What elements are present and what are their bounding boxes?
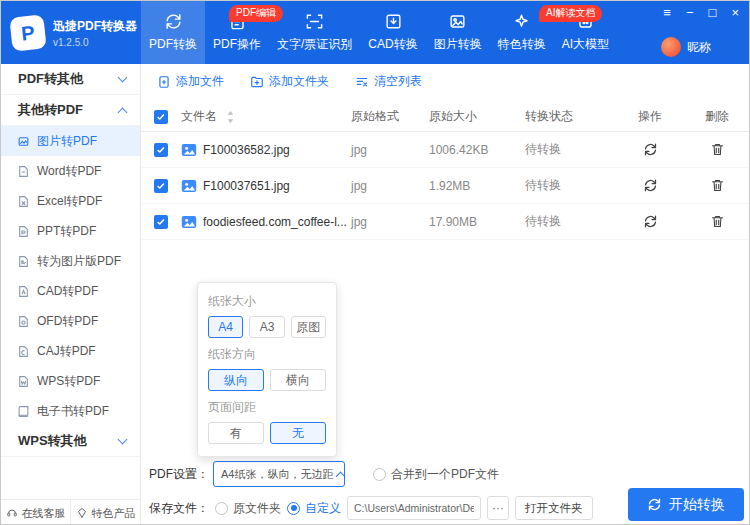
file-size: 1006.42KB	[429, 143, 525, 157]
orientation-landscape-button[interactable]: 横向	[270, 369, 326, 391]
file-status: 待转换	[525, 177, 613, 194]
sidebar-section-wps-to-other[interactable]: WPS转其他	[1, 426, 140, 457]
file-format: jpg	[351, 179, 429, 193]
merge-pdf-radio[interactable]	[373, 468, 386, 481]
convert-row-button[interactable]	[643, 214, 658, 229]
sidebar-item-caj-to-pdf[interactable]: CAJ转PDF	[1, 336, 140, 366]
tab-pdf-convert[interactable]: PDF转换	[141, 1, 205, 64]
pdf-settings-row: PDF设置： A4纸张，纵向，无边距 合并到一个PDF文件	[149, 461, 499, 487]
diamond-icon	[76, 507, 88, 519]
file-icon	[17, 375, 30, 388]
table-row: F100037651.jpg jpg 1.92MB 待转换	[141, 168, 750, 204]
sidebar-item-word-to-pdf[interactable]: Word转PDF	[1, 156, 140, 186]
row-checkbox[interactable]	[154, 215, 168, 229]
menu-icon[interactable]: ≡	[663, 6, 671, 19]
tab-cad-convert[interactable]: CAD转换	[360, 1, 425, 64]
add-file-button[interactable]: 添加文件	[157, 73, 224, 90]
paper-size-a3-button[interactable]: A3	[249, 316, 284, 338]
app-window: P 迅捷PDF转换器 v1.2.5.0 PDF转换 PDF操作	[0, 0, 750, 525]
merge-pdf-option[interactable]: 合并到一个PDF文件	[373, 466, 499, 483]
check-icon	[156, 112, 166, 122]
sidebar-item-excel-to-pdf[interactable]: Excel转PDF	[1, 186, 140, 216]
chevron-up-icon	[336, 471, 346, 481]
online-support-button[interactable]: 在线客服	[1, 500, 70, 525]
convert-row-button[interactable]	[643, 142, 658, 157]
column-status: 转换状态	[525, 108, 613, 125]
paper-size-a4-button[interactable]: A4	[208, 316, 243, 338]
spacing-no-button[interactable]: 无	[270, 422, 326, 444]
user-account[interactable]: 昵称	[661, 37, 711, 57]
jpg-file-icon	[181, 214, 197, 230]
convert-row-button[interactable]	[643, 178, 658, 193]
file-size: 1.92MB	[429, 179, 525, 193]
sidebar-item-to-image-pdf[interactable]: 转为图片版PDF	[1, 246, 140, 276]
sort-icon[interactable]	[227, 111, 234, 123]
table-header: 文件名 原始格式 原始大小 转换状态 操作 删除	[141, 102, 750, 132]
nickname-label: 昵称	[687, 39, 711, 56]
badge-pdf-edit[interactable]: PDF编辑	[229, 5, 283, 22]
save-original-option[interactable]: 原文件夹	[215, 500, 281, 517]
sidebar-item-ppt-to-pdf[interactable]: PPT转PDF	[1, 216, 140, 246]
sidebar-item-cad-to-pdf[interactable]: CAD转PDF	[1, 276, 140, 306]
file-status: 待转换	[525, 141, 613, 158]
table-row: foodiesfeed.com_coffee-l... jpg 17.90MB …	[141, 204, 750, 240]
paper-size-original-button[interactable]: 原图	[291, 316, 326, 338]
sidebar-item-ofd-to-pdf[interactable]: OFD转PDF	[1, 306, 140, 336]
headset-icon	[6, 507, 18, 519]
app-logo: P 迅捷PDF转换器 v1.2.5.0	[1, 1, 141, 64]
file-icon	[17, 195, 30, 208]
column-format: 原始格式	[351, 108, 429, 125]
file-icon	[17, 225, 30, 238]
badge-ai-doc[interactable]: AI解读文档	[539, 5, 602, 22]
chevron-down-icon	[118, 435, 128, 445]
delete-row-button[interactable]	[710, 178, 725, 193]
delete-row-button[interactable]	[710, 142, 725, 157]
convert-icon	[164, 12, 183, 31]
save-path-input[interactable]	[347, 496, 481, 520]
orientation-portrait-button[interactable]: 纵向	[208, 369, 264, 391]
pdf-settings-select[interactable]: A4纸张，纵向，无边距	[213, 461, 345, 487]
column-size: 原始大小	[429, 108, 525, 125]
file-icon	[17, 255, 30, 268]
save-original-radio[interactable]	[215, 502, 228, 515]
file-icon	[17, 315, 30, 328]
check-icon	[156, 217, 166, 227]
close-button[interactable]: ×	[731, 6, 739, 19]
add-folder-button[interactable]: 添加文件夹	[250, 73, 329, 90]
row-checkbox[interactable]	[154, 179, 168, 193]
save-custom-option[interactable]: 自定义	[287, 500, 341, 517]
file-name: F100037651.jpg	[203, 179, 290, 193]
orientation-label: 纸张方向	[208, 346, 326, 363]
file-size: 17.90MB	[429, 215, 525, 229]
sidebar-item-image-to-pdf[interactable]: 图片转PDF	[1, 126, 140, 156]
spacing-yes-button[interactable]: 有	[208, 422, 264, 444]
trash-icon	[710, 178, 725, 193]
delete-row-button[interactable]	[710, 214, 725, 229]
clear-list-button[interactable]: 清空列表	[355, 73, 422, 90]
sidebar-item-ebook-to-pdf[interactable]: 电子书转PDF	[1, 396, 140, 426]
check-icon	[156, 181, 166, 191]
minimize-button[interactable]: −	[686, 6, 694, 19]
row-checkbox[interactable]	[154, 143, 168, 157]
main-content: 添加文件 添加文件夹 清空列表 文件名 原始格式 原始大小	[141, 64, 750, 525]
avatar	[661, 37, 681, 57]
select-all-checkbox[interactable]	[154, 110, 168, 124]
maximize-button[interactable]: □	[709, 6, 717, 19]
add-file-icon	[157, 75, 171, 89]
cad-icon	[384, 12, 403, 31]
sidebar-item-wps-to-pdf[interactable]: WPS转PDF	[1, 366, 140, 396]
sidebar-section-other-to-pdf[interactable]: 其他转PDF	[1, 95, 140, 126]
chevron-up-icon	[118, 107, 128, 117]
sidebar-section-pdf-to-other[interactable]: PDF转其他	[1, 64, 140, 95]
browse-button[interactable]: ···	[487, 496, 509, 520]
file-icon	[17, 165, 30, 178]
open-folder-button[interactable]: 打开文件夹	[515, 496, 593, 520]
save-custom-radio[interactable]	[287, 502, 300, 515]
pdf-settings-label: PDF设置：	[149, 466, 209, 483]
featured-products-button[interactable]: 特色产品	[71, 500, 140, 525]
start-convert-button[interactable]: 开始转换	[628, 488, 744, 521]
tab-image-convert[interactable]: 图片转换	[426, 1, 490, 64]
header: P 迅捷PDF转换器 v1.2.5.0 PDF转换 PDF操作	[1, 1, 749, 64]
table-row: F100036582.jpg jpg 1006.42KB 待转换	[141, 132, 750, 168]
column-filename[interactable]: 文件名	[181, 108, 217, 125]
